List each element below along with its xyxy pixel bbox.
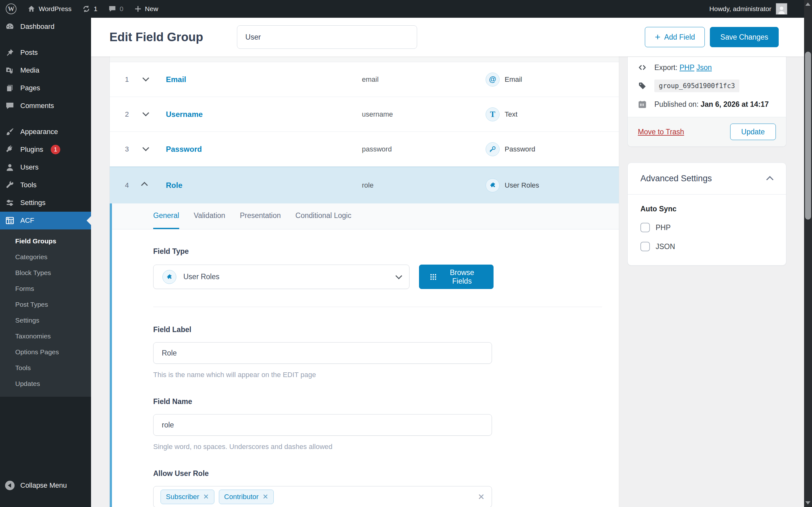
field-group-card: 1 Email email @Email 2 Username username… [109,56,619,507]
field-name-help: Single word, no spaces. Underscores and … [153,443,619,451]
sidebar-item-appearance[interactable]: Appearance [0,123,91,141]
sidebar-item-dashboard[interactable]: Dashboard [0,18,91,36]
field-type: User Roles [505,181,539,189]
comments-menu[interactable]: 0 [108,5,123,13]
field-type-select[interactable]: User Roles [153,265,409,289]
media-icon [5,66,14,75]
field-name: username [362,110,486,118]
browse-fields-button[interactable]: Browse Fields [419,265,494,289]
tab-validation[interactable]: Validation [194,204,225,229]
avatar[interactable] [776,3,787,14]
field-order: 2 [125,110,143,118]
submenu-item-updates[interactable]: Updates [0,376,91,392]
scrollbar-thumb[interactable] [805,52,811,220]
field-type-label: Field Type [153,247,619,256]
submenu-item-post-types[interactable]: Post Types [0,297,91,313]
collapse-menu-button[interactable]: Collapse Menu [0,476,91,494]
submenu-item-block-types[interactable]: Block Types [0,265,91,281]
php-checkbox-row[interactable]: PHP [641,223,773,232]
wordpress-logo-menu[interactable]: W [6,3,16,14]
field-settings-panel: General Validation Presentation Conditio… [110,204,619,507]
field-row-password[interactable]: 3 Password password Password [110,132,619,167]
submenu-item-settings[interactable]: Settings [0,313,91,328]
sidebar-item-tools[interactable]: Tools [0,176,91,194]
field-row-email[interactable]: 1 Email email @Email [110,62,619,97]
field-order: 4 [125,181,143,189]
sidebar-item-acf[interactable]: ACF [0,212,91,229]
new-content-menu[interactable]: New [134,5,158,13]
scroll-up-arrow-icon[interactable] [805,3,810,6]
published-prefix: Published on: [654,100,699,108]
json-checkbox-row[interactable]: JSON [641,242,773,251]
sliders-icon [5,198,14,208]
field-label-link[interactable]: Role [166,181,362,190]
scroll-down-arrow-icon[interactable] [805,501,810,504]
advanced-settings-toggle[interactable]: Advanced Settings [628,163,786,194]
sidebar-item-label: Users [20,163,38,171]
page-scrollbar[interactable] [804,0,812,507]
allow-user-role-select[interactable]: Subscriber ✕ Contributor ✕ ✕ [153,486,492,507]
json-checkbox-label: JSON [656,242,675,251]
field-name-input[interactable] [153,414,492,436]
menu-separator [0,115,91,123]
site-name-link[interactable]: WordPress [27,5,71,13]
field-label-link[interactable]: Username [166,110,362,119]
remove-tag-icon[interactable]: ✕ [203,493,209,501]
howdy-account-menu[interactable]: Howdy, administrator [709,5,771,13]
brush-icon [5,127,14,136]
sidebar-item-label: Posts [20,49,38,57]
field-label-link[interactable]: Email [166,75,362,84]
sidebar-item-settings[interactable]: Settings [0,194,91,212]
sidebar-item-label: ACF [20,216,34,225]
submenu-item-options-pages[interactable]: Options Pages [0,344,91,360]
json-checkbox[interactable] [641,242,650,251]
sidebar-item-label: Comments [20,102,54,110]
sidebar-item-media[interactable]: Media [0,61,91,79]
sidebar-item-comments[interactable]: Comments [0,97,91,115]
tab-presentation[interactable]: Presentation [240,204,281,229]
chevron-down-icon[interactable] [142,145,149,151]
submenu-item-tools[interactable]: Tools [0,360,91,376]
field-order: 1 [125,75,143,83]
move-to-trash-link[interactable]: Move to Trash [638,128,684,136]
submenu-item-taxonomies[interactable]: Taxonomies [0,328,91,344]
sidebar-item-pages[interactable]: Pages [0,79,91,97]
php-checkbox-label: PHP [656,223,670,232]
update-button[interactable]: Update [730,124,776,140]
field-type: Email [505,75,522,83]
add-field-button[interactable]: + Add Field [645,27,705,47]
remove-tag-icon[interactable]: ✕ [262,493,268,501]
chevron-down-icon[interactable] [142,75,149,81]
code-icon [638,63,647,72]
tab-conditional-logic[interactable]: Conditional Logic [295,204,351,229]
sidebar-item-posts[interactable]: Posts [0,44,91,61]
field-label-help: This is the name which will appear on th… [153,371,619,379]
active-menu-arrow [87,216,91,225]
field-group-title-input[interactable] [237,25,417,49]
sidebar-item-users[interactable]: Users [0,158,91,176]
submenu-item-field-groups[interactable]: Field Groups [0,233,91,249]
field-type: Text [505,110,517,118]
field-label-link[interactable]: Password [166,145,362,154]
submenu-item-categories[interactable]: Categories [0,249,91,265]
updates-menu[interactable]: 1 [82,5,97,13]
sidebar-item-label: Media [20,66,39,74]
comments-icon [5,101,14,111]
clear-all-tags-icon[interactable]: ✕ [478,492,485,502]
update-label: Update [741,128,765,136]
field-name-label: Field Name [153,397,619,406]
pushpin-icon [5,48,14,57]
collapse-menu-label: Collapse Menu [20,481,67,490]
export-php-link[interactable]: PHP [679,63,694,72]
chevron-down-icon[interactable] [142,110,149,116]
field-label-input[interactable] [153,342,492,364]
field-row-role[interactable]: 4 Role role User Roles [110,167,619,204]
tab-general[interactable]: General [153,204,179,229]
export-json-link[interactable]: Json [697,63,712,72]
submenu-item-forms[interactable]: Forms [0,281,91,297]
field-row-username[interactable]: 2 Username username TText [110,97,619,132]
save-changes-button[interactable]: Save Changes [710,27,779,47]
comment-bubble-icon [108,5,116,13]
php-checkbox[interactable] [641,223,650,232]
sidebar-item-plugins[interactable]: Plugins 1 [0,141,91,158]
